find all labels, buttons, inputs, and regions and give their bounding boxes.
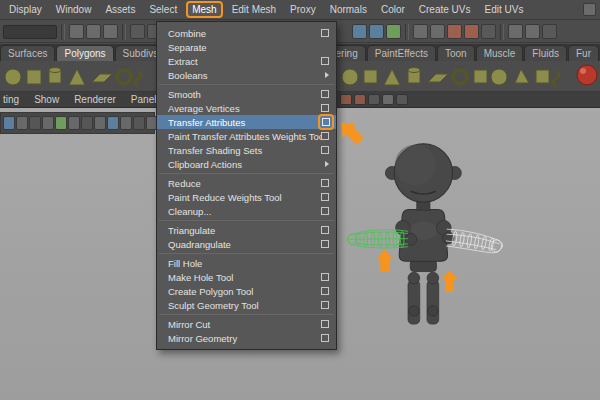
channel-box-icon[interactable] [525,24,540,39]
menu-set-selector[interactable] [3,25,57,39]
menu-color[interactable]: Color [374,1,412,18]
undo-icon[interactable] [130,24,145,39]
ipr-render-icon[interactable] [464,24,479,39]
panel-mini-icon[interactable] [396,94,408,105]
poly-helix-icon[interactable] [135,71,141,87]
menu-item-sculpt-geometry-tool[interactable]: Sculpt Geometry Tool [157,298,336,312]
menu-item-quadrangulate[interactable]: Quadrangulate [157,237,336,251]
shelf-tab-surfaces[interactable]: Surfaces [0,45,55,61]
green-wireframe-arm[interactable] [348,230,408,248]
shelf-plane-icon[interactable] [428,74,448,82]
menu-item-separate[interactable]: Separate [157,40,336,54]
panel-menu-show[interactable]: Show [34,94,59,105]
history-icon[interactable] [413,24,428,39]
shelf-tab-muscle[interactable]: Muscle [476,45,524,61]
grid-toggle-icon[interactable] [42,116,54,130]
menu-item-transfer-attributes[interactable]: Transfer Attributes [157,115,336,129]
menu-item-extract[interactable]: Extract [157,54,336,68]
camera-icon[interactable] [3,116,15,130]
film-gate-icon[interactable] [55,116,67,130]
safe-action-icon[interactable] [107,116,119,130]
option-box[interactable] [321,334,329,342]
menu-item-make-hole-tool[interactable]: Make Hole Tool [157,270,336,284]
poly-sphere-icon[interactable] [5,69,21,85]
panel-mini-icon[interactable] [340,94,352,105]
panel-mini-icon[interactable] [368,94,380,105]
menu-item-cleanup[interactable]: Cleanup... [157,204,336,218]
menubar-end-icon[interactable] [583,3,596,16]
option-box[interactable] [321,90,329,98]
snap-curve-icon[interactable] [369,24,384,39]
menu-normals[interactable]: Normals [323,1,374,18]
safe-title-icon[interactable] [120,116,132,130]
poly-torus-icon[interactable] [117,70,131,84]
shelf-tab-polygons[interactable]: Polygons [56,45,113,61]
menu-item-clipboard-actions[interactable]: Clipboard Actions [157,157,336,171]
shelf-cylinder-icon[interactable] [408,68,420,84]
menu-item-reduce[interactable]: Reduce [157,176,336,190]
layer-editor-icon[interactable] [542,24,557,39]
new-scene-icon[interactable] [69,24,84,39]
open-scene-icon[interactable] [86,24,101,39]
shelf-tab-painteffects[interactable]: PaintEffects [367,45,436,61]
shelf-helix-icon[interactable] [553,71,559,87]
image-plane-icon[interactable] [29,116,41,130]
save-scene-icon[interactable] [103,24,118,39]
menu-item-average-vertices[interactable]: Average Vertices [157,101,336,115]
shelf-sphere2-icon[interactable] [491,69,507,85]
shelf-cone-icon[interactable] [384,69,400,85]
option-box[interactable] [321,104,329,112]
poly-cylinder-icon[interactable] [49,68,61,84]
shelf-cube-icon[interactable] [364,70,377,83]
red-sphere-icon[interactable] [577,65,597,85]
poly-cone-icon[interactable] [69,69,85,85]
shelf-tab-toon[interactable]: Toon [437,45,475,61]
render-icon[interactable] [447,24,462,39]
menu-item-fill-hole[interactable]: Fill Hole [157,256,336,270]
menu-edit-mesh[interactable]: Edit Mesh [225,1,283,18]
shelf-tab-fluids[interactable]: Fluids [524,45,567,61]
menu-assets[interactable]: Assets [98,1,142,18]
option-box[interactable] [321,146,329,154]
bookmark-icon[interactable] [16,116,28,130]
option-box[interactable] [321,320,329,328]
shelf-prism-icon[interactable] [474,70,487,83]
option-box[interactable] [321,273,329,281]
panel-mini-icon[interactable] [354,94,366,105]
menu-window[interactable]: Window [49,1,99,18]
render-settings-icon[interactable] [481,24,496,39]
menu-mesh[interactable]: Mesh [186,1,222,18]
shelf-sphere-icon[interactable] [342,69,358,85]
menu-item-paint-reduce-weights[interactable]: Paint Reduce Weights Tool [157,190,336,204]
robot-model[interactable] [385,144,461,324]
wireframe-mode-icon[interactable] [133,116,145,130]
option-box[interactable] [321,287,329,295]
option-box[interactable] [321,29,329,37]
field-chart-icon[interactable] [94,116,106,130]
poly-plane-icon[interactable] [92,74,112,82]
option-box[interactable] [321,179,329,187]
menu-item-smooth[interactable]: Smooth [157,87,336,101]
menu-item-paint-transfer-attributes[interactable]: Paint Transfer Attributes Weights Tool [157,129,336,143]
menu-item-transfer-shading-sets[interactable]: Transfer Shading Sets [157,143,336,157]
menu-edit-uvs[interactable]: Edit UVs [478,1,531,18]
option-box[interactable] [321,240,329,248]
snap-point-icon[interactable] [386,24,401,39]
menu-select[interactable]: Select [142,1,184,18]
option-box[interactable] [321,57,329,65]
menu-item-triangulate[interactable]: Triangulate [157,223,336,237]
panel-menu-renderer[interactable]: Renderer [74,94,116,105]
menu-item-mirror-geometry[interactable]: Mirror Geometry [157,331,336,345]
gate-mask-icon[interactable] [81,116,93,130]
sidebar-toggle-icon[interactable] [508,24,523,39]
panel-menu-lighting-clipped[interactable]: ting [3,94,19,105]
shelf-pyramid-icon[interactable] [515,69,529,83]
resolution-gate-icon[interactable] [68,116,80,130]
menu-item-create-polygon-tool[interactable]: Create Polygon Tool [157,284,336,298]
shelf-pipe-icon[interactable] [536,70,549,83]
option-box[interactable] [321,193,329,201]
construction-icon[interactable] [430,24,445,39]
white-wireframe-arm[interactable] [446,229,503,253]
menu-proxy[interactable]: Proxy [283,1,323,18]
snap-grid-icon[interactable] [352,24,367,39]
